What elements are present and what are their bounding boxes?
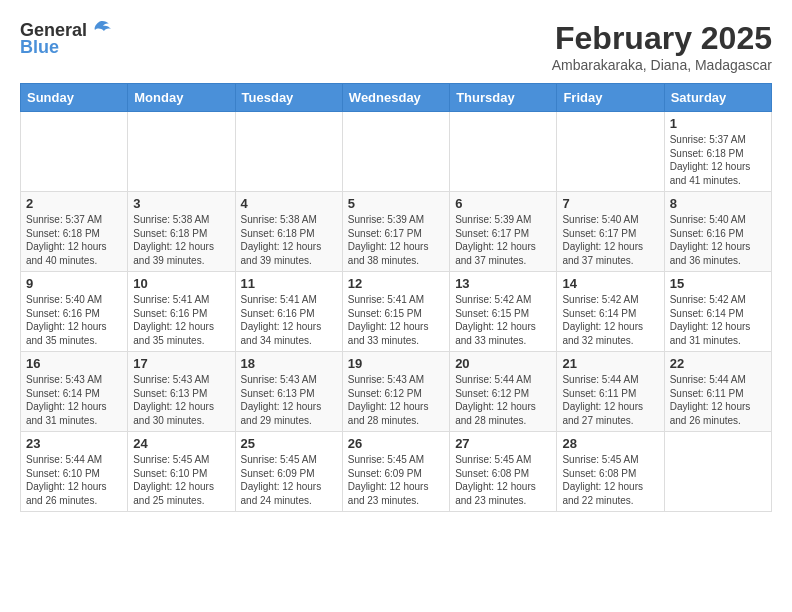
calendar-day-cell: 12Sunrise: 5:41 AM Sunset: 6:15 PM Dayli… — [342, 272, 449, 352]
day-number: 9 — [26, 276, 122, 291]
day-info: Sunrise: 5:41 AM Sunset: 6:16 PM Dayligh… — [133, 293, 229, 347]
weekday-header-wednesday: Wednesday — [342, 84, 449, 112]
day-info: Sunrise: 5:39 AM Sunset: 6:17 PM Dayligh… — [455, 213, 551, 267]
day-info: Sunrise: 5:42 AM Sunset: 6:14 PM Dayligh… — [562, 293, 658, 347]
calendar-day-cell: 8Sunrise: 5:40 AM Sunset: 6:16 PM Daylig… — [664, 192, 771, 272]
calendar-day-cell: 16Sunrise: 5:43 AM Sunset: 6:14 PM Dayli… — [21, 352, 128, 432]
day-number: 25 — [241, 436, 337, 451]
calendar-day-cell: 19Sunrise: 5:43 AM Sunset: 6:12 PM Dayli… — [342, 352, 449, 432]
day-info: Sunrise: 5:44 AM Sunset: 6:12 PM Dayligh… — [455, 373, 551, 427]
day-number: 22 — [670, 356, 766, 371]
day-info: Sunrise: 5:44 AM Sunset: 6:11 PM Dayligh… — [670, 373, 766, 427]
calendar-day-cell — [128, 112, 235, 192]
calendar-day-cell: 13Sunrise: 5:42 AM Sunset: 6:15 PM Dayli… — [450, 272, 557, 352]
title-section: February 2025 Ambarakaraka, Diana, Madag… — [552, 20, 772, 73]
calendar-day-cell: 21Sunrise: 5:44 AM Sunset: 6:11 PM Dayli… — [557, 352, 664, 432]
calendar-week-row: 9Sunrise: 5:40 AM Sunset: 6:16 PM Daylig… — [21, 272, 772, 352]
calendar-day-cell — [557, 112, 664, 192]
day-info: Sunrise: 5:41 AM Sunset: 6:15 PM Dayligh… — [348, 293, 444, 347]
calendar-day-cell — [342, 112, 449, 192]
day-number: 3 — [133, 196, 229, 211]
day-info: Sunrise: 5:39 AM Sunset: 6:17 PM Dayligh… — [348, 213, 444, 267]
day-info: Sunrise: 5:43 AM Sunset: 6:13 PM Dayligh… — [241, 373, 337, 427]
day-number: 16 — [26, 356, 122, 371]
day-number: 7 — [562, 196, 658, 211]
day-number: 20 — [455, 356, 551, 371]
day-info: Sunrise: 5:43 AM Sunset: 6:12 PM Dayligh… — [348, 373, 444, 427]
day-info: Sunrise: 5:41 AM Sunset: 6:16 PM Dayligh… — [241, 293, 337, 347]
calendar-day-cell: 14Sunrise: 5:42 AM Sunset: 6:14 PM Dayli… — [557, 272, 664, 352]
day-number: 2 — [26, 196, 122, 211]
calendar-day-cell: 11Sunrise: 5:41 AM Sunset: 6:16 PM Dayli… — [235, 272, 342, 352]
day-info: Sunrise: 5:42 AM Sunset: 6:15 PM Dayligh… — [455, 293, 551, 347]
weekday-header-row: SundayMondayTuesdayWednesdayThursdayFrid… — [21, 84, 772, 112]
day-info: Sunrise: 5:43 AM Sunset: 6:13 PM Dayligh… — [133, 373, 229, 427]
weekday-header-saturday: Saturday — [664, 84, 771, 112]
calendar-day-cell: 23Sunrise: 5:44 AM Sunset: 6:10 PM Dayli… — [21, 432, 128, 512]
calendar-day-cell: 25Sunrise: 5:45 AM Sunset: 6:09 PM Dayli… — [235, 432, 342, 512]
day-info: Sunrise: 5:45 AM Sunset: 6:08 PM Dayligh… — [562, 453, 658, 507]
logo: General Blue — [20, 20, 111, 58]
day-number: 6 — [455, 196, 551, 211]
calendar-day-cell: 24Sunrise: 5:45 AM Sunset: 6:10 PM Dayli… — [128, 432, 235, 512]
day-number: 8 — [670, 196, 766, 211]
calendar-day-cell: 1Sunrise: 5:37 AM Sunset: 6:18 PM Daylig… — [664, 112, 771, 192]
day-info: Sunrise: 5:38 AM Sunset: 6:18 PM Dayligh… — [133, 213, 229, 267]
calendar-day-cell: 27Sunrise: 5:45 AM Sunset: 6:08 PM Dayli… — [450, 432, 557, 512]
day-info: Sunrise: 5:44 AM Sunset: 6:11 PM Dayligh… — [562, 373, 658, 427]
day-number: 12 — [348, 276, 444, 291]
calendar-day-cell: 28Sunrise: 5:45 AM Sunset: 6:08 PM Dayli… — [557, 432, 664, 512]
day-info: Sunrise: 5:45 AM Sunset: 6:08 PM Dayligh… — [455, 453, 551, 507]
day-number: 17 — [133, 356, 229, 371]
calendar-day-cell: 22Sunrise: 5:44 AM Sunset: 6:11 PM Dayli… — [664, 352, 771, 432]
weekday-header-thursday: Thursday — [450, 84, 557, 112]
weekday-header-tuesday: Tuesday — [235, 84, 342, 112]
calendar-week-row: 1Sunrise: 5:37 AM Sunset: 6:18 PM Daylig… — [21, 112, 772, 192]
calendar-day-cell: 20Sunrise: 5:44 AM Sunset: 6:12 PM Dayli… — [450, 352, 557, 432]
page-header: General Blue February 2025 Ambarakaraka,… — [20, 20, 772, 73]
day-info: Sunrise: 5:44 AM Sunset: 6:10 PM Dayligh… — [26, 453, 122, 507]
calendar-day-cell: 17Sunrise: 5:43 AM Sunset: 6:13 PM Dayli… — [128, 352, 235, 432]
calendar-day-cell: 4Sunrise: 5:38 AM Sunset: 6:18 PM Daylig… — [235, 192, 342, 272]
day-number: 15 — [670, 276, 766, 291]
calendar-day-cell: 5Sunrise: 5:39 AM Sunset: 6:17 PM Daylig… — [342, 192, 449, 272]
day-info: Sunrise: 5:45 AM Sunset: 6:10 PM Dayligh… — [133, 453, 229, 507]
calendar-day-cell: 7Sunrise: 5:40 AM Sunset: 6:17 PM Daylig… — [557, 192, 664, 272]
day-number: 10 — [133, 276, 229, 291]
weekday-header-sunday: Sunday — [21, 84, 128, 112]
logo-text-blue: Blue — [20, 37, 59, 58]
day-info: Sunrise: 5:40 AM Sunset: 6:16 PM Dayligh… — [26, 293, 122, 347]
logo-bird-icon — [89, 20, 111, 38]
day-number: 23 — [26, 436, 122, 451]
calendar-day-cell — [450, 112, 557, 192]
day-info: Sunrise: 5:37 AM Sunset: 6:18 PM Dayligh… — [670, 133, 766, 187]
calendar-day-cell: 6Sunrise: 5:39 AM Sunset: 6:17 PM Daylig… — [450, 192, 557, 272]
month-title: February 2025 — [552, 20, 772, 57]
day-number: 19 — [348, 356, 444, 371]
weekday-header-monday: Monday — [128, 84, 235, 112]
calendar-day-cell: 10Sunrise: 5:41 AM Sunset: 6:16 PM Dayli… — [128, 272, 235, 352]
day-info: Sunrise: 5:42 AM Sunset: 6:14 PM Dayligh… — [670, 293, 766, 347]
calendar-day-cell: 3Sunrise: 5:38 AM Sunset: 6:18 PM Daylig… — [128, 192, 235, 272]
day-number: 18 — [241, 356, 337, 371]
weekday-header-friday: Friday — [557, 84, 664, 112]
location-subtitle: Ambarakaraka, Diana, Madagascar — [552, 57, 772, 73]
day-number: 14 — [562, 276, 658, 291]
day-info: Sunrise: 5:45 AM Sunset: 6:09 PM Dayligh… — [348, 453, 444, 507]
day-info: Sunrise: 5:40 AM Sunset: 6:16 PM Dayligh… — [670, 213, 766, 267]
day-number: 5 — [348, 196, 444, 211]
calendar-week-row: 2Sunrise: 5:37 AM Sunset: 6:18 PM Daylig… — [21, 192, 772, 272]
calendar-day-cell: 2Sunrise: 5:37 AM Sunset: 6:18 PM Daylig… — [21, 192, 128, 272]
day-number: 28 — [562, 436, 658, 451]
calendar-day-cell: 9Sunrise: 5:40 AM Sunset: 6:16 PM Daylig… — [21, 272, 128, 352]
calendar-day-cell — [235, 112, 342, 192]
calendar-day-cell: 15Sunrise: 5:42 AM Sunset: 6:14 PM Dayli… — [664, 272, 771, 352]
calendar-day-cell — [664, 432, 771, 512]
day-info: Sunrise: 5:45 AM Sunset: 6:09 PM Dayligh… — [241, 453, 337, 507]
calendar-week-row: 23Sunrise: 5:44 AM Sunset: 6:10 PM Dayli… — [21, 432, 772, 512]
day-info: Sunrise: 5:37 AM Sunset: 6:18 PM Dayligh… — [26, 213, 122, 267]
day-number: 27 — [455, 436, 551, 451]
day-info: Sunrise: 5:43 AM Sunset: 6:14 PM Dayligh… — [26, 373, 122, 427]
day-number: 1 — [670, 116, 766, 131]
day-number: 11 — [241, 276, 337, 291]
